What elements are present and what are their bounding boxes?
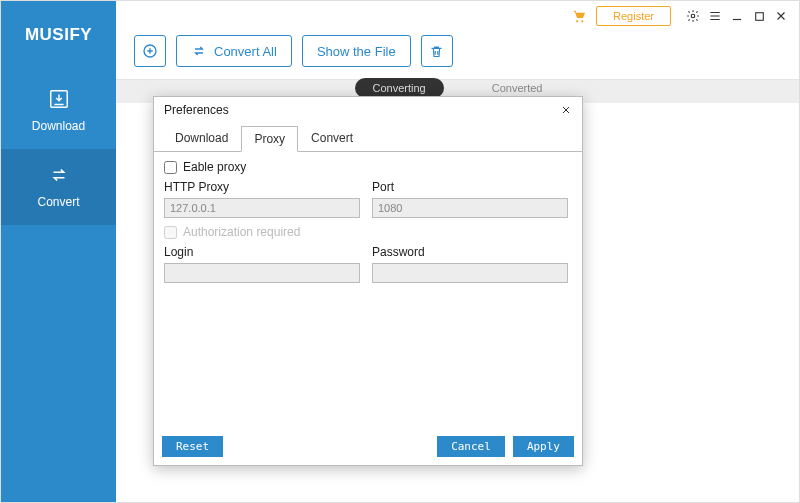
http-proxy-label: HTTP Proxy	[164, 180, 360, 194]
auth-required-label: Authorization required	[183, 225, 300, 239]
pref-tab-convert[interactable]: Convert	[298, 125, 366, 151]
preferences-dialog: Preferences Download Proxy Convert Eable…	[153, 96, 583, 466]
cancel-button[interactable]: Cancel	[437, 436, 505, 457]
pref-tab-proxy[interactable]: Proxy	[241, 126, 298, 152]
dialog-close-icon[interactable]	[560, 104, 572, 116]
pref-tab-download[interactable]: Download	[162, 125, 241, 151]
login-input[interactable]	[164, 263, 360, 283]
reset-button[interactable]: Reset	[162, 436, 223, 457]
auth-required-checkbox[interactable]	[164, 226, 177, 239]
port-input[interactable]	[372, 198, 568, 218]
http-proxy-input[interactable]	[164, 198, 360, 218]
enable-proxy-label: Eable proxy	[183, 160, 246, 174]
apply-button[interactable]: Apply	[513, 436, 574, 457]
modal-overlay: Preferences Download Proxy Convert Eable…	[0, 0, 800, 503]
password-input[interactable]	[372, 263, 568, 283]
login-label: Login	[164, 245, 360, 259]
dialog-title: Preferences	[164, 103, 229, 117]
port-label: Port	[372, 180, 568, 194]
enable-proxy-checkbox[interactable]	[164, 161, 177, 174]
password-label: Password	[372, 245, 568, 259]
